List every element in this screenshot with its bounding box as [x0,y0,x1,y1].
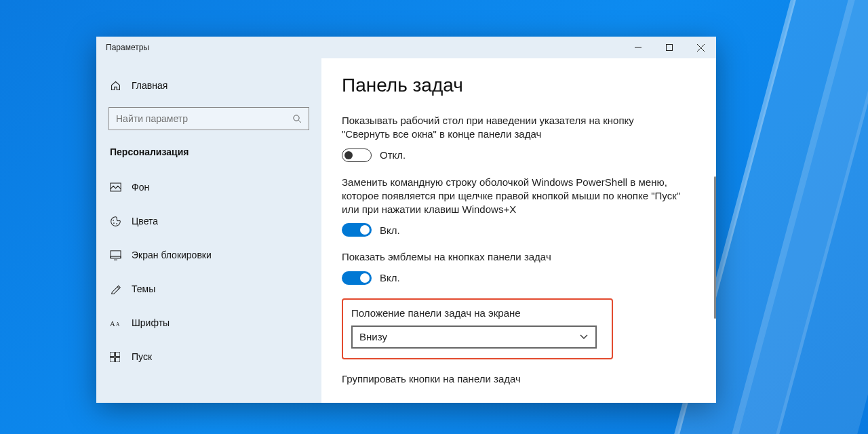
svg-point-1 [293,115,298,120]
setting-peek-desktop: Показывать рабочий стол при наведении ук… [342,114,681,162]
svg-rect-6 [111,250,121,258]
setting-description: Заменить командную строку оболочкой Wind… [342,176,681,217]
colors-icon [110,216,129,227]
scrollbar-thumb[interactable] [714,176,716,319]
sidebar-item-label: Пуск [129,351,152,362]
search-input[interactable] [109,113,285,124]
toggle-powershell[interactable] [342,223,372,237]
svg-rect-10 [110,352,115,357]
content-pane: Панель задач Показывать рабочий стол при… [321,58,716,403]
search-box[interactable] [108,107,309,130]
search-icon [285,114,309,124]
page-title: Панель задач [342,75,689,96]
titlebar: Параметры [96,37,716,58]
fonts-icon: AA [110,318,129,328]
lockscreen-icon [110,250,129,260]
svg-rect-12 [110,357,115,362]
sidebar-item-start[interactable]: Пуск [96,342,321,372]
home-icon [110,80,129,92]
sidebar: Главная Персонализация Фон [96,58,321,403]
setting-badges: Показать эмблемы на кнопках панели задач… [342,250,681,284]
minimize-button[interactable] [623,37,654,58]
toggle-state-label: Вкл. [380,224,400,236]
svg-rect-11 [115,352,120,357]
close-button[interactable] [685,37,716,58]
setting-description: Показать эмблемы на кнопках панели задач [342,250,681,264]
taskbar-position-highlight: Положение панели задач на экране Внизу [342,298,613,359]
toggle-badges[interactable] [342,271,372,285]
themes-icon [110,283,129,295]
sidebar-item-label: Фон [129,182,149,193]
section-title: Персонализация [96,140,321,172]
settings-window: Параметры Главная Пер [96,37,716,403]
toggle-peek-desktop[interactable] [342,149,372,162]
dropdown-value: Внизу [359,331,387,342]
maximize-icon [666,44,673,51]
taskbar-position-dropdown[interactable]: Внизу [351,326,597,349]
maximize-button[interactable] [654,37,685,58]
home-nav[interactable]: Главная [96,71,321,100]
svg-point-3 [113,219,114,220]
svg-text:A: A [116,321,120,327]
svg-point-5 [116,223,117,224]
sidebar-item-background[interactable]: Фон [96,172,321,202]
chevron-down-icon [579,334,589,340]
background-icon [110,182,129,192]
svg-rect-7 [111,256,121,258]
setting-description: Показывать рабочий стол при наведении ук… [342,114,681,142]
svg-point-4 [113,222,115,224]
sidebar-item-themes[interactable]: Темы [96,274,321,304]
close-icon [697,44,705,52]
sidebar-item-colors[interactable]: Цвета [96,206,321,236]
sidebar-item-label: Экран блокировки [129,250,212,260]
sidebar-item-label: Шрифты [129,317,170,328]
svg-rect-13 [115,357,120,362]
sidebar-item-label: Цвета [129,216,158,226]
toggle-state-label: Откл. [380,149,406,161]
setting-grouping-label: Группировать кнопки на панели задач [342,373,689,384]
home-label: Главная [129,80,167,91]
window-title: Параметры [96,43,149,52]
setting-powershell: Заменить командную строку оболочкой Wind… [342,176,681,237]
minimize-icon [635,44,642,51]
svg-text:A: A [110,319,115,327]
sidebar-item-label: Темы [129,283,155,294]
start-icon [110,352,129,362]
sidebar-item-lockscreen[interactable]: Экран блокировки [96,240,321,270]
toggle-state-label: Вкл. [380,272,400,283]
setting-description: Положение панели задач на экране [351,307,601,319]
sidebar-item-fonts[interactable]: AA Шрифты [96,308,321,338]
svg-rect-0 [667,45,673,51]
